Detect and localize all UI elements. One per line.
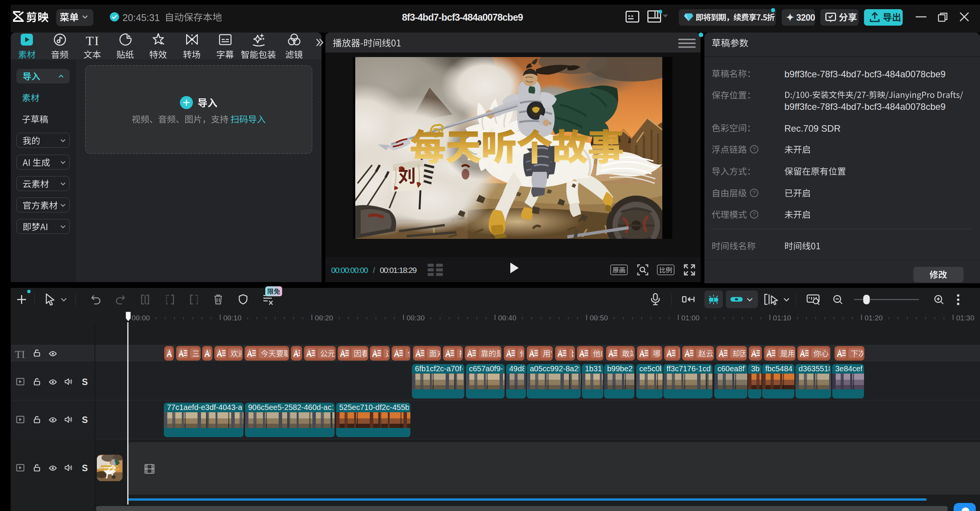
svg-text:?: ?	[753, 190, 756, 196]
svg-text:?: ?	[753, 146, 756, 152]
svg-text:?: ?	[753, 211, 756, 217]
